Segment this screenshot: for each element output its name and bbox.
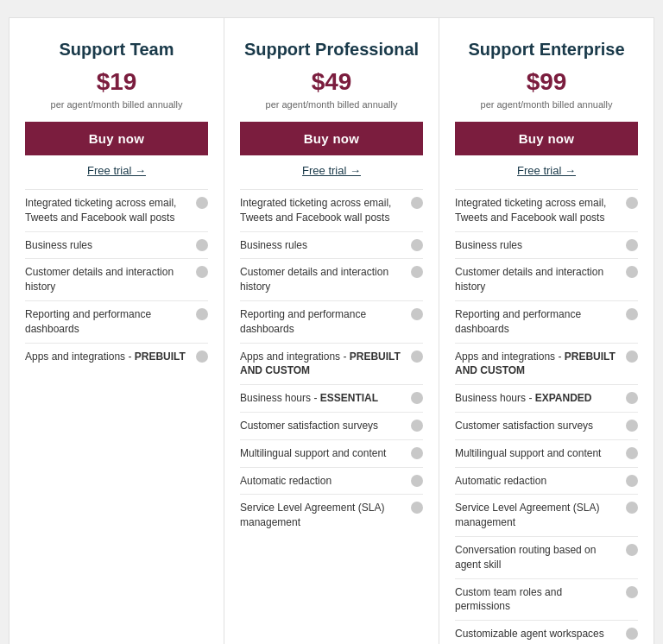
feature-item: Business rules <box>25 231 208 259</box>
feature-text: Business rules <box>455 238 626 253</box>
feature-item: Automatic redaction <box>240 467 423 495</box>
feature-dot-icon <box>411 266 423 278</box>
feature-dot-icon <box>411 420 423 432</box>
plan-price: $99 <box>455 68 638 96</box>
feature-item: Multilingual support and content <box>240 439 423 467</box>
feature-text: Apps and integrations - PREBUILT AND CUS… <box>455 350 626 379</box>
free-trial-link[interactable]: Free trial → <box>25 164 208 177</box>
feature-dot-icon <box>411 475 423 487</box>
feature-dot-icon <box>411 239 423 251</box>
feature-item: Business hours - ESSENTIAL <box>240 384 423 412</box>
feature-dot-icon <box>411 308 423 320</box>
feature-dot-icon <box>626 350 638 363</box>
feature-text: Service Level Agreement (SLA) management <box>240 501 411 530</box>
feature-item: Service Level Agreement (SLA) management <box>455 494 638 536</box>
plan-billing: per agent/month billed annually <box>25 99 208 110</box>
features-list: Integrated ticketing across email, Tweet… <box>455 189 638 644</box>
feature-text: Customer satisfaction surveys <box>455 419 626 433</box>
plan-title: Support Team <box>25 39 208 60</box>
feature-dot-icon <box>626 239 638 251</box>
feature-dot-icon <box>411 197 423 209</box>
feature-dot-icon <box>411 350 423 363</box>
feature-dot-icon <box>626 392 638 404</box>
feature-text: Apps and integrations - PREBUILT AND CUS… <box>240 350 411 379</box>
buy-now-button[interactable]: Buy now <box>240 122 423 155</box>
plan-price: $19 <box>25 68 208 96</box>
feature-text: Customizable agent workspaces <box>455 627 626 641</box>
features-list: Integrated ticketing across email, Tweet… <box>240 189 423 644</box>
feature-dot-icon <box>626 197 638 209</box>
feature-dot-icon <box>196 308 208 320</box>
feature-dot-icon <box>626 475 638 487</box>
features-list: Integrated ticketing across email, Tweet… <box>25 189 208 644</box>
buy-now-button[interactable]: Buy now <box>25 122 208 155</box>
feature-text: Customer details and interaction history <box>25 265 196 294</box>
feature-item: Service Level Agreement (SLA) management <box>240 494 423 536</box>
feature-dot-icon <box>626 420 638 432</box>
feature-item: Integrated ticketing across email, Tweet… <box>455 189 638 231</box>
feature-dot-icon <box>196 350 208 363</box>
feature-dot-icon <box>626 447 638 459</box>
feature-text: Automatic redaction <box>240 474 411 489</box>
feature-item: Apps and integrations - PREBUILT AND CUS… <box>455 343 638 385</box>
plan-billing: per agent/month billed annually <box>455 99 638 110</box>
pricing-container: Support Team$19per agent/month billed an… <box>9 17 654 644</box>
feature-item: Customer satisfaction surveys <box>455 412 638 439</box>
plan-price: $49 <box>240 68 423 96</box>
feature-text: Customer details and interaction history <box>240 265 411 294</box>
feature-item: Conversation routing based on agent skil… <box>455 536 638 578</box>
feature-item: Business rules <box>455 231 638 259</box>
feature-text: Integrated ticketing across email, Tweet… <box>240 196 411 225</box>
feature-item: Apps and integrations - PREBUILT <box>25 343 208 370</box>
feature-text: Custom team roles and permissions <box>455 585 626 615</box>
feature-text: Reporting and performance dashboards <box>240 307 411 337</box>
free-trial-link[interactable]: Free trial → <box>455 164 638 177</box>
plan-card-professional: Support Professional$49per agent/month b… <box>224 17 439 644</box>
buy-now-button[interactable]: Buy now <box>455 122 638 155</box>
feature-text: Automatic redaction <box>455 474 626 489</box>
feature-dot-icon <box>411 392 423 404</box>
feature-item: Integrated ticketing across email, Tweet… <box>25 189 208 231</box>
feature-item: Custom team roles and permissions <box>455 578 638 621</box>
feature-dot-icon <box>411 502 423 514</box>
feature-dot-icon <box>626 544 638 556</box>
feature-item: Business rules <box>240 231 423 259</box>
feature-item: Apps and integrations - PREBUILT AND CUS… <box>240 343 423 385</box>
feature-text: Conversation routing based on agent skil… <box>455 543 626 572</box>
feature-text: Multilingual support and content <box>240 446 411 461</box>
free-trial-link[interactable]: Free trial → <box>240 164 423 177</box>
plan-card-enterprise: Support Enterprise$99per agent/month bil… <box>439 17 654 644</box>
feature-item: Integrated ticketing across email, Tweet… <box>240 189 423 231</box>
feature-dot-icon <box>196 266 208 278</box>
feature-item: Automatic redaction <box>455 467 638 495</box>
plan-title: Support Enterprise <box>455 39 638 60</box>
feature-item: Customer satisfaction surveys <box>240 412 423 439</box>
feature-item: Customer details and interaction history <box>25 258 208 300</box>
feature-text: Business hours - EXPANDED <box>455 391 626 406</box>
feature-text: Business rules <box>240 238 411 253</box>
feature-text: Reporting and performance dashboards <box>25 307 196 337</box>
feature-text: Service Level Agreement (SLA) management <box>455 501 626 530</box>
feature-text: Multilingual support and content <box>455 446 626 461</box>
feature-text: Business hours - ESSENTIAL <box>240 391 411 406</box>
feature-dot-icon <box>626 628 638 640</box>
feature-dot-icon <box>196 239 208 251</box>
feature-dot-icon <box>411 447 423 459</box>
feature-dot-icon <box>626 502 638 514</box>
feature-item: Reporting and performance dashboards <box>455 300 638 343</box>
feature-dot-icon <box>196 197 208 209</box>
feature-item: Reporting and performance dashboards <box>240 300 423 343</box>
feature-item: Multilingual support and content <box>455 439 638 467</box>
feature-text: Reporting and performance dashboards <box>455 307 626 337</box>
plan-card-team: Support Team$19per agent/month billed an… <box>9 17 224 644</box>
feature-item: Reporting and performance dashboards <box>25 300 208 343</box>
feature-text: Apps and integrations - PREBUILT <box>25 350 196 364</box>
feature-dot-icon <box>626 586 638 598</box>
feature-dot-icon <box>626 266 638 278</box>
feature-item: Customer details and interaction history <box>455 258 638 300</box>
plan-billing: per agent/month billed annually <box>240 99 423 110</box>
feature-text: Integrated ticketing across email, Tweet… <box>25 196 196 225</box>
feature-item: Customizable agent workspaces <box>455 620 638 644</box>
feature-item: Business hours - EXPANDED <box>455 384 638 412</box>
feature-text: Customer details and interaction history <box>455 265 626 294</box>
